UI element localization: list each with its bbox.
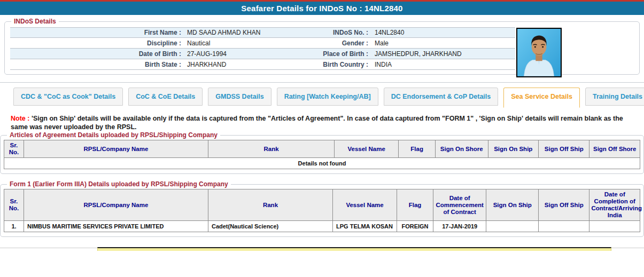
indos-no-value: 14NL2840 (368, 29, 515, 36)
tab-content-sea-service: Note : 'Sign on Ship' details will be av… (0, 114, 644, 237)
column-header: Sign On Ship (486, 189, 539, 221)
birth-state-label: Birth State : (10, 61, 181, 68)
table-header-row: Sr. No. RPSL/Company Name Rank Vessel Na… (4, 140, 640, 158)
column-header: Sign Off Ship (539, 189, 589, 221)
column-header: Rank (208, 140, 334, 158)
column-header: Sign On Shore (435, 140, 488, 158)
seafarer-photo (516, 28, 562, 77)
tab-cdc-coc-as-cook-details[interactable]: CDC & "CoC as Cook" Details (13, 88, 123, 106)
detail-row: Discipline : Nautical Gender : Male (10, 38, 515, 49)
birth-state-value: JHARKHAND (181, 61, 269, 68)
seafarer-summary-panel: INDoS Details First Name : MD SAAD AHMAD… (0, 15, 644, 83)
column-header: Date of Completion of Contract/Arriving … (589, 189, 640, 221)
column-header: Sign On Ship (488, 140, 538, 158)
column-header: Rank (208, 189, 332, 221)
indos-no-label: INDoS No. : (269, 29, 368, 36)
birth-country-value: INDIA (368, 61, 515, 68)
column-header: Vessel Name (335, 140, 399, 158)
first-name-label: First Name : (10, 29, 181, 36)
rank-cell: Cadet(Nautical Science) (208, 221, 332, 232)
tab-rating-watch-keeping-ab[interactable]: Rating [Watch Keeping/AB] (277, 88, 378, 106)
discipline-value: Nautical (181, 39, 269, 47)
place-of-birth-value: JAMSHEDPUR, JHARKHAND (368, 50, 515, 58)
sign-off-ship-cell (539, 221, 589, 232)
column-header: Date of Commencement of Contract (433, 189, 486, 221)
detail-row: Date of Birth : 27-AUG-1994 Place of Bir… (10, 49, 515, 59)
tab-bar: CDC & "CoC as Cook" Details CoC & CoE De… (0, 83, 644, 106)
tab-training-details[interactable]: Training Details (585, 88, 644, 106)
indos-details-fieldset: INDoS Details First Name : MD SAAD AHMAD… (4, 18, 640, 75)
column-header: Sign Off Shore (589, 140, 640, 158)
discipline-label: Discipline : (10, 39, 181, 47)
page-header: Seafarer Details for INDoS No : 14NL2840 (0, 2, 644, 15)
company-name-cell: NIMBUS MARITIME SERVICES PRIVATE LIMITED (24, 221, 208, 232)
vessel-name-cell: LPG TELMA KOSAN (333, 221, 397, 232)
notice-strip (97, 247, 611, 251)
form1-details-table: Sr. No. RPSL/Company Name Rank Vessel Na… (4, 189, 640, 232)
tab-coc-coe-details[interactable]: CoC & CoE Details (128, 88, 203, 106)
note-prefix: Note : (11, 115, 29, 122)
page-title: Seafarer Details for INDoS No : 14NL2840 (241, 4, 402, 13)
articles-of-agreement-fieldset: Articles of Agreement Details uploaded b… (0, 131, 644, 174)
detail-row: Birth State : JHARKHAND Birth Country : … (10, 59, 515, 70)
completion-date-cell (589, 221, 640, 232)
tab-gmdss-details[interactable]: GMDSS Details (208, 88, 271, 106)
tab-dc-endorsement-cop-details[interactable]: DC Endorsement & CoP Details (384, 88, 499, 106)
column-header: Vessel Name (333, 189, 397, 221)
sr-no-cell: 1. (4, 221, 24, 232)
commencement-date-cell: 17-JAN-2019 (433, 221, 486, 232)
column-header: Sign Off Ship (539, 140, 589, 158)
first-name-value: MD SAAD AHMAD KHAN (181, 29, 269, 36)
column-header: Flag (399, 140, 436, 158)
page: Seafarer Details for INDoS No : 14NL2840… (0, 0, 644, 277)
indos-details-legend: INDoS Details (11, 18, 59, 25)
tab-sea-service-details[interactable]: Sea Service Details (503, 88, 580, 108)
form1-details-legend: Form 1 (Earlier Form IIIA) Details uploa… (7, 180, 231, 188)
column-header: Flag (397, 189, 433, 221)
date-of-birth-label: Date of Birth : (10, 50, 181, 58)
articles-of-agreement-legend: Articles of Agreement Details uploaded b… (7, 131, 220, 139)
articles-of-agreement-table: Sr. No. RPSL/Company Name Rank Vessel Na… (4, 140, 640, 169)
note-text: 'Sign on Ship' details will be available… (11, 115, 623, 131)
sign-on-ship-cell (486, 221, 539, 232)
birth-country-label: Birth Country : (269, 61, 368, 68)
table-header-row: Sr. No. RPSL/Company Name Rank Vessel Na… (4, 189, 640, 221)
column-header: RPSL/Company Name (24, 189, 208, 221)
sign-on-ship-note: Note : 'Sign on Ship' details will be av… (11, 114, 633, 131)
place-of-birth-label: Place of Birth : (269, 50, 368, 58)
detail-row: First Name : MD SAAD AHMAD KHAN INDoS No… (10, 27, 515, 38)
date-of-birth-value: 27-AUG-1994 (181, 50, 269, 58)
detail-rows: First Name : MD SAAD AHMAD KHAN INDoS No… (10, 27, 515, 70)
table-row: 1. NIMBUS MARITIME SERVICES PRIVATE LIMI… (4, 221, 640, 232)
flag-cell: FOREIGN (397, 221, 433, 232)
table-row: Details not found (4, 158, 640, 169)
details-not-found-message: Details not found (4, 158, 640, 169)
column-header: RPSL/Company Name (24, 140, 208, 158)
column-header: Sr. No. (4, 189, 24, 221)
gender-value: Male (368, 39, 515, 47)
form1-details-fieldset: Form 1 (Earlier Form IIIA) Details uploa… (0, 180, 644, 237)
bottom-section (0, 248, 644, 277)
gender-label: Gender : (269, 39, 368, 47)
column-header: Sr. No. (4, 140, 24, 158)
